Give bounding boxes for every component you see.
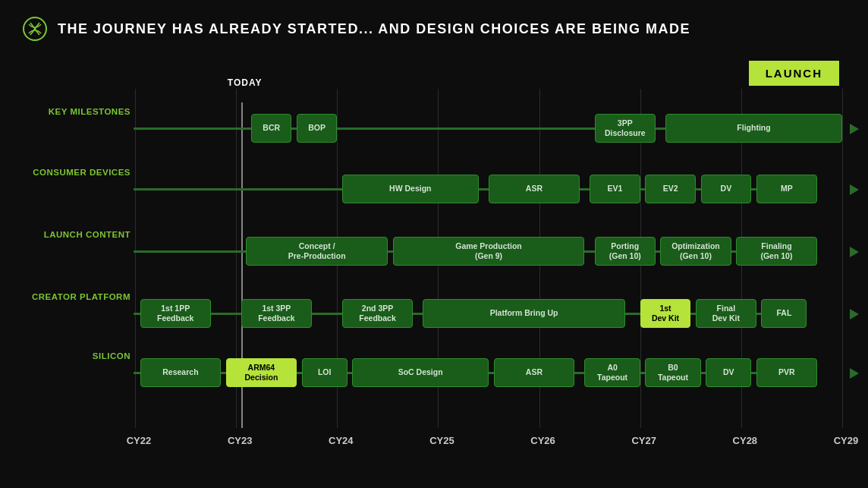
box-silicon-3: SoC Design [352, 358, 489, 387]
year-label-cy29: CY29 [827, 435, 865, 446]
box-creator-platform-1: 1st 3PP Feedback [241, 299, 312, 328]
header: THE JOURNEY HAS ALREADY STARTED... AND D… [23, 17, 845, 41]
box-silicon-5: A0 Tapeout [584, 358, 640, 387]
year-label-cy22: CY22 [120, 435, 158, 446]
box-creator-platform-0: 1st 1PP Feedback [140, 299, 211, 328]
year-label-cy28: CY28 [726, 435, 764, 446]
box-key-milestones-3: Flighting [665, 114, 842, 143]
box-launch-content-4: Finaling (Gen 10) [736, 237, 817, 266]
slide: THE JOURNEY HAS ALREADY STARTED... AND D… [0, 0, 868, 488]
year-label-cy23: CY23 [221, 435, 259, 446]
box-creator-platform-5: Final Dev Kit [696, 299, 756, 328]
box-consumer-devices-3: EV2 [645, 175, 696, 203]
box-silicon-6: B0 Tapeout [645, 358, 700, 387]
box-silicon-1: ARM64 Decision [226, 358, 297, 387]
launch-button: LAUNCH [749, 61, 839, 86]
box-consumer-devices-1: ASR [489, 175, 580, 203]
today-label: TODAY [228, 77, 263, 88]
box-silicon-4: ASR [494, 358, 575, 387]
row-label-consumer-devices: CONSUMER DEVICES [23, 167, 131, 178]
box-silicon-0: Research [140, 358, 222, 387]
box-launch-content-1: Game Production (Gen 9) [393, 237, 585, 266]
box-consumer-devices-4: DV [701, 175, 752, 203]
box-creator-platform-4: 1st Dev Kit [640, 299, 691, 328]
box-key-milestones-1: BOP [297, 114, 337, 143]
box-consumer-devices-2: EV1 [590, 175, 640, 203]
box-launch-content-3: Optimization (Gen 10) [660, 237, 731, 266]
xbox-logo-icon [23, 17, 47, 41]
box-silicon-8: PVR [756, 358, 817, 387]
box-creator-platform-3: Platform Bring Up [423, 299, 624, 328]
box-consumer-devices-5: MP [756, 175, 817, 203]
box-silicon-7: DV [706, 358, 751, 387]
box-consumer-devices-0: HW Design [342, 175, 479, 203]
year-label-cy24: CY24 [322, 435, 360, 446]
box-launch-content-0: Concept / Pre-Production [246, 237, 387, 266]
year-label-cy27: CY27 [625, 435, 663, 446]
box-key-milestones-0: BCR [251, 114, 291, 143]
box-key-milestones-2: 3PP Disclosure [595, 114, 656, 143]
box-silicon-2: LOI [302, 358, 348, 387]
box-creator-platform-6: FAL [761, 299, 807, 328]
header-title: THE JOURNEY HAS ALREADY STARTED... AND D… [58, 21, 690, 37]
box-launch-content-2: Porting (Gen 10) [595, 237, 656, 266]
year-label-cy26: CY26 [524, 435, 562, 446]
chart-area: LAUNCH TODAY CY22CY23CY24CY25CY26CY27CY2… [23, 55, 845, 449]
row-label-creator-platform: CREATOR PLATFORM [23, 291, 131, 302]
row-label-launch-content: LAUNCH CONTENT [23, 229, 131, 240]
row-label-silicon: SILICON [23, 351, 131, 361]
row-label-key-milestones: KEY MILESTONES [23, 106, 131, 117]
year-label-cy25: CY25 [423, 435, 461, 446]
box-creator-platform-2: 2nd 3PP Feedback [342, 299, 413, 328]
